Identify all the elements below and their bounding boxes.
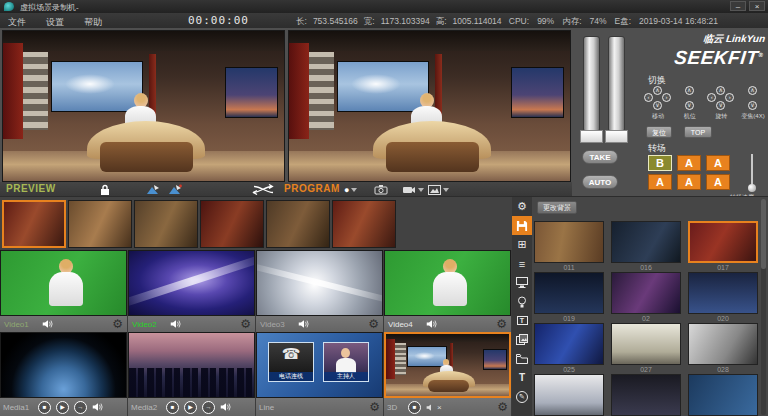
video2-settings-gear-icon[interactable]: ⚙ <box>240 318 251 330</box>
t-bar-handle-right[interactable] <box>605 130 628 143</box>
take-button[interactable]: TAKE <box>582 150 618 164</box>
strip-scene-1[interactable] <box>2 200 66 248</box>
line-tile[interactable]: ☎ 电话连线 主持人 Line ⚙ <box>256 332 383 416</box>
scene-thumbnail[interactable] <box>611 323 681 365</box>
video4-image[interactable] <box>384 250 511 316</box>
line-settings-gear-icon[interactable]: ⚙ <box>369 401 380 413</box>
scene-thumbnail[interactable] <box>534 272 604 314</box>
strip-scene-6[interactable] <box>332 200 396 248</box>
video4-tile[interactable]: Video4 ⚙ <box>384 250 511 332</box>
scene-thumbnail[interactable] <box>688 374 758 416</box>
media1-next-button[interactable]: → <box>74 401 87 414</box>
host-thumb[interactable]: 主持人 <box>323 342 369 382</box>
rotate-left-icon[interactable]: ‹ <box>707 93 716 102</box>
rotate-down-icon[interactable]: ∨ <box>716 101 725 110</box>
zoom-in-icon[interactable]: ∧ <box>748 86 757 95</box>
line-image[interactable]: ☎ 电话连线 主持人 <box>256 332 383 398</box>
virtual-3d-image[interactable] <box>384 332 511 398</box>
library-scene[interactable]: 028 <box>688 323 758 373</box>
light-tool[interactable] <box>512 292 532 311</box>
virtual-3d-settings-gear-icon[interactable]: ⚙ <box>497 401 508 413</box>
library-scene[interactable] <box>611 374 681 416</box>
muted-speaker-icon[interactable]: × <box>426 403 442 412</box>
rotate-up-icon[interactable]: ∧ <box>716 86 725 95</box>
phone-call-thumb[interactable]: ☎ 电话连线 <box>268 342 314 382</box>
library-scene[interactable]: 019 <box>534 272 604 322</box>
image-overlay-tool[interactable] <box>512 330 532 349</box>
signature-tool[interactable]: ✎ <box>512 387 532 406</box>
scene-thumbnail[interactable] <box>534 374 604 416</box>
scene-thumbnail[interactable] <box>611 221 681 263</box>
transition-speed-knob[interactable] <box>748 184 756 192</box>
record-icon[interactable]: ● <box>344 184 357 195</box>
video1-tile[interactable]: Video1 ⚙ <box>0 250 127 332</box>
folder-tool[interactable] <box>512 349 532 368</box>
speaker-icon[interactable] <box>220 402 232 412</box>
video3-settings-gear-icon[interactable]: ⚙ <box>368 318 379 330</box>
library-scene[interactable]: 025 <box>534 323 604 373</box>
media2-stop-button[interactable]: ■ <box>166 401 179 414</box>
position-up-icon[interactable]: ∧ <box>685 86 694 95</box>
transition-button-a1[interactable]: A <box>677 155 701 171</box>
program-monitor[interactable] <box>288 30 571 182</box>
video-output-icon[interactable] <box>402 184 424 195</box>
scene-thumbnail[interactable] <box>611 374 681 416</box>
swap-preview-program-icon[interactable] <box>252 184 274 195</box>
speaker-icon[interactable] <box>92 402 104 412</box>
minimize-button[interactable]: – <box>730 1 746 11</box>
video2-tile[interactable]: Video2 ⚙ <box>128 250 255 332</box>
transition-button-a5[interactable]: A <box>706 174 730 190</box>
library-scene[interactable] <box>534 374 604 416</box>
settings-tool[interactable]: ⚙ <box>512 197 532 216</box>
monitor-tool[interactable] <box>512 273 532 292</box>
speaker-icon[interactable] <box>170 319 182 329</box>
move-left-icon[interactable]: ‹ <box>644 93 653 102</box>
rotate-right-icon[interactable]: › <box>725 93 734 102</box>
scene-thumbnail[interactable] <box>688 323 758 365</box>
zoom-out-icon[interactable]: ∨ <box>748 101 757 110</box>
transition-button-a3[interactable]: A <box>648 174 672 190</box>
video4-settings-gear-icon[interactable]: ⚙ <box>496 318 507 330</box>
reset-button[interactable]: 复位 <box>646 126 672 138</box>
t-bar-handle-left[interactable] <box>580 130 603 143</box>
media2-tile[interactable]: Media2 ■ ▶ → <box>128 332 255 416</box>
transition-button-a2[interactable]: A <box>706 155 730 171</box>
speaker-icon[interactable] <box>426 319 438 329</box>
scene-thumbnail[interactable] <box>534 323 604 365</box>
media1-stop-button[interactable]: ■ <box>38 401 51 414</box>
library-scene[interactable]: 011 <box>534 221 604 271</box>
transition-button-b[interactable]: B <box>648 155 672 171</box>
auto-button[interactable]: AUTO <box>582 175 618 189</box>
library-scene-selected[interactable]: 017 <box>688 221 758 271</box>
preview-monitor[interactable] <box>2 30 285 182</box>
move-down-icon[interactable]: ∨ <box>653 101 662 110</box>
save-tool[interactable] <box>512 216 532 235</box>
playlist-tool[interactable]: ≡ <box>512 254 532 273</box>
video3-image[interactable] <box>256 250 383 316</box>
speaker-icon[interactable] <box>298 319 310 329</box>
transition-button-a4[interactable]: A <box>677 174 701 190</box>
video3-tile[interactable]: Video3 ⚙ <box>256 250 383 332</box>
move-up-icon[interactable]: ∧ <box>653 86 662 95</box>
media2-play-button[interactable]: ▶ <box>184 401 197 414</box>
virtual-3d-tile[interactable]: 3D ■ × ⚙ <box>384 332 511 416</box>
image-output-icon[interactable] <box>428 184 449 195</box>
video1-image[interactable] <box>0 250 127 316</box>
media1-play-button[interactable]: ▶ <box>56 401 69 414</box>
media1-image[interactable] <box>0 332 127 398</box>
library-scene[interactable] <box>688 374 758 416</box>
top-view-button[interactable]: TOP <box>684 126 712 138</box>
virtual-3d-stop-button[interactable]: ■ <box>408 401 421 414</box>
scene-thumbnail[interactable] <box>534 221 604 263</box>
t-bar-track-right[interactable] <box>608 36 625 132</box>
library-scene[interactable]: 027 <box>611 323 681 373</box>
strip-scene-5[interactable] <box>266 200 330 248</box>
video2-image[interactable] <box>128 250 255 316</box>
lock-icon[interactable] <box>100 184 110 195</box>
text-tool[interactable]: T <box>512 368 532 387</box>
transition-speed-track[interactable] <box>751 154 753 188</box>
position-down-icon[interactable]: ∨ <box>685 101 694 110</box>
scene-thumbnail[interactable] <box>688 221 758 263</box>
subtitle-tool[interactable]: T <box>512 311 532 330</box>
strip-scene-4[interactable] <box>200 200 264 248</box>
